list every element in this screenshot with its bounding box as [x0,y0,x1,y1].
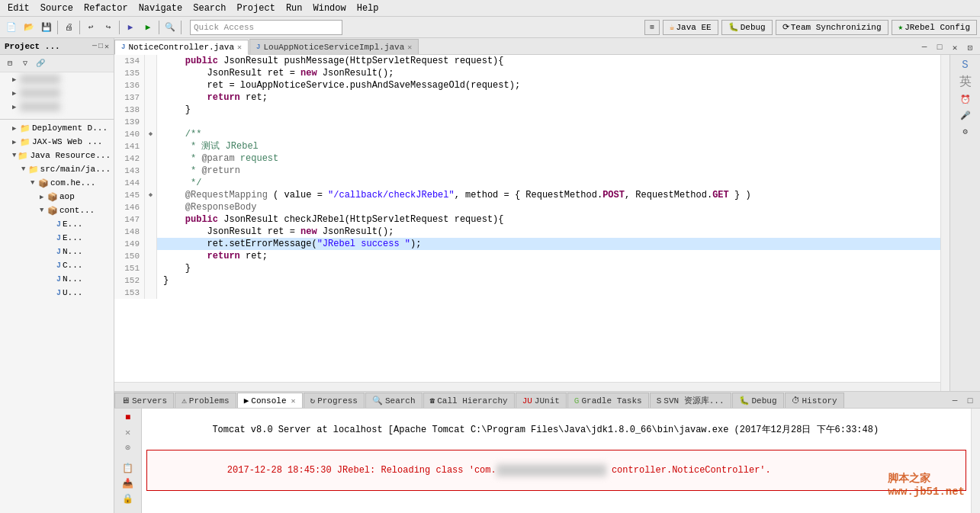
console-tab-close[interactable]: ✕ [291,396,296,406]
toolbar-save[interactable]: 💾 [38,19,55,36]
tab-history[interactable]: ⏱ History [785,393,844,408]
minimize-icon[interactable]: ─ [92,42,97,51]
tab-close-1[interactable]: ✕ [237,43,242,52]
tab-problems[interactable]: ⚠ Problems [175,393,236,408]
debug-button[interactable]: 🐛 Debug [721,20,773,35]
link-editor-icon[interactable]: 🔗 [34,56,47,70]
quick-access-box[interactable]: Quick Access [190,20,342,35]
menu-navigate[interactable]: Navigate [134,2,188,15]
line-number: 152 [114,274,145,287]
copy-stacks[interactable]: 📋 [120,462,136,475]
toolbar-search[interactable]: 🔍 [162,19,178,36]
editor-hscroll[interactable] [114,382,940,391]
tab-gradle[interactable]: G Gradle Tasks [567,393,649,408]
tree-u1[interactable]: J U... [0,286,114,300]
toolbar-redo[interactable]: ↪ [100,19,117,36]
jrebel-button[interactable]: ★ JRebel Config [892,20,977,35]
tab-notice-controller[interactable]: J NoticeController.java ✕ [114,40,249,55]
tree-settings-icon[interactable]: ▽ [18,56,32,70]
collapse-all-icon[interactable]: ⊟ [3,56,17,70]
team-sync-icon: ⟳ [782,22,789,32]
tree-src-main[interactable]: ▼ 📁 src/main/ja... [0,162,114,176]
bottom-toolbar: ■ ✕ ⊗ 📋 📥 🔒 ⊡ ▾ 📤 ▾ [114,409,142,513]
outline-btn[interactable]: S [959,58,972,72]
menu-refactor[interactable]: Refactor [79,2,133,15]
settings-btn2[interactable]: ⚙ [959,124,972,138]
line-number: 150 [114,250,145,262]
menu-project[interactable]: Project [232,2,279,15]
toolbar-run[interactable]: ▶ [140,19,156,36]
menu-source[interactable]: Source [36,2,78,15]
toolbar-new[interactable]: 📄 [3,19,20,36]
tree-blurred-3[interactable]: ▶ ████████ [0,100,114,114]
stop-button[interactable]: ■ [120,412,136,424]
team-sync-button[interactable]: ⟳ Team Synchronizing [776,20,888,35]
tab-servers[interactable]: 🖥 Servers [114,393,174,408]
console-output[interactable]: Tomcat v8.0 Server at localhost [Apache … [142,409,971,513]
remove-all-terminated[interactable]: ⊗ [120,441,136,454]
tree-e2[interactable]: J E... [0,231,114,245]
line-content: } [157,104,191,116]
menu-window[interactable]: Window [309,2,351,15]
code-line-151: 151 } [114,262,940,274]
tree-com-he[interactable]: ▼ 📦 com.he... [0,176,114,190]
menu-search[interactable]: Search [188,2,230,15]
clock-btn[interactable]: ⏰ [959,92,972,106]
tree-e1[interactable]: J E... [0,217,114,231]
toolbar-perspective-icon[interactable]: ⊞ [644,20,660,35]
expand-icon-com: ▼ [31,179,37,187]
code-area[interactable]: 134 public JsonResult pushMessage(HttpSe… [114,55,940,382]
tab-debug-bottom[interactable]: 🐛 Debug [732,393,784,408]
tree-blurred-1[interactable]: ▶ ████████ [0,72,114,86]
tree-n2[interactable]: J N... [0,272,114,286]
menu-edit[interactable]: Edit [3,2,34,15]
mic-btn[interactable]: 🎤 [959,108,972,122]
call-hierarchy-label: Call Hierarchy [437,396,507,406]
minimize-window[interactable]: ─ [917,40,931,54]
tree-n1[interactable]: J N... [0,245,114,258]
line-number: 146 [114,201,145,213]
remove-terminated[interactable]: ✕ [120,426,136,439]
toolbar-undo[interactable]: ↩ [82,19,99,36]
tab-call-hierarchy[interactable]: ☎ Call Hierarchy [423,393,515,408]
call-hierarchy-icon: ☎ [430,396,435,406]
line-number: 134 [114,55,145,67]
u1-label: U... [63,288,82,297]
code-line-145: 145◆ @RequestMapping ( value = "/callbac… [114,189,940,201]
tree-java-resource[interactable]: ▼ 📁 Java Resource... [0,149,114,162]
tab-junit[interactable]: JU JUnit [516,393,567,408]
tab-svn[interactable]: S SVN 资源库... [650,393,731,408]
tab-louapp[interactable]: J LouAppNoticeServiceImpl.java ✕ [249,39,419,54]
maximize-icon[interactable]: □ [98,42,103,51]
tab-progress[interactable]: ↻ Progress [304,393,365,408]
minimize-bottom[interactable]: ─ [948,394,962,408]
cont-label: cont... [59,206,95,215]
toolbar-print[interactable]: 🖨 [60,19,77,36]
tree-cont[interactable]: ▼ 📦 cont... [0,204,114,217]
menu-help[interactable]: Help [352,2,384,15]
tree-jaxws[interactable]: ▶ 📁 JAX-WS Web ... [0,135,114,149]
close-panel-icon[interactable]: ✕ [104,42,109,51]
maximize-bottom[interactable]: □ [963,394,977,408]
scroll-lock[interactable]: 🔒 [120,492,136,505]
tree-c1[interactable]: J C... [0,258,114,272]
detach-window[interactable]: ⊡ [963,40,977,54]
tab-console[interactable]: ▶ Console ✕ [237,393,303,408]
paste-btn[interactable]: 📥 [120,477,136,490]
java-ee-button[interactable]: ☕ Java EE [663,20,718,35]
console-vscroll[interactable] [971,409,980,513]
tree-aop[interactable]: ▶ 📦 aop [0,190,114,204]
toolbar: 📄 📂 💾 🖨 ↩ ↪ ▶ ▶ 🔍 Quick Access ⊞ ☕ Java … [0,17,980,38]
tab-search[interactable]: 🔍 Search [365,393,423,408]
close-window[interactable]: ✕ [948,40,962,54]
vertical-scrollbar[interactable] [940,55,949,391]
maximize-window[interactable]: □ [933,40,946,54]
tree-blurred-2[interactable]: ▶ ████████ [0,86,114,100]
tab-close-2[interactable]: ✕ [407,43,412,52]
menu-run[interactable]: Run [281,2,307,15]
line-marker [145,287,157,299]
toolbar-open[interactable]: 📂 [21,19,37,36]
line-number: 139 [114,116,145,128]
tree-deployment[interactable]: ▶ 📁 Deployment D... [0,121,114,135]
toolbar-debug[interactable]: ▶ [122,19,139,36]
